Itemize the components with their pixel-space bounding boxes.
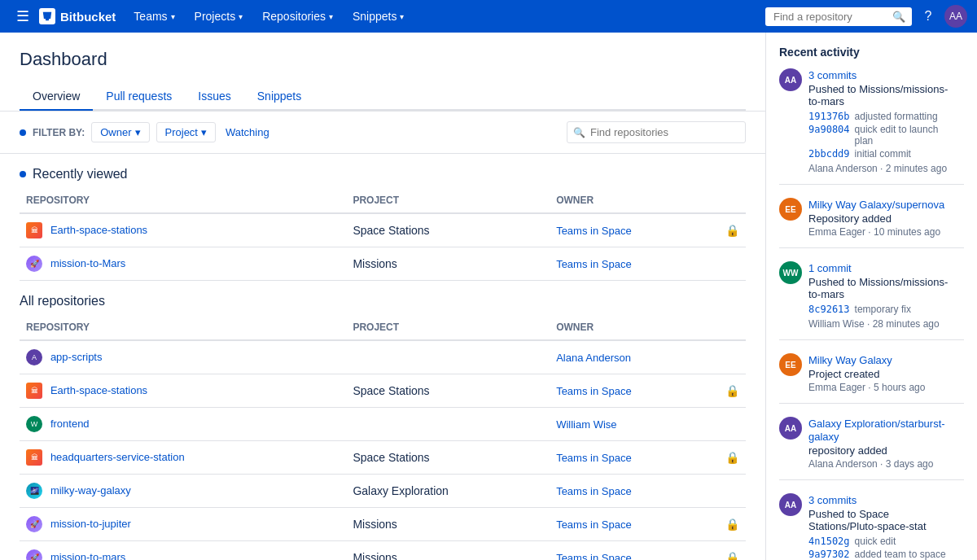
find-repos-icon: 🔍 [573, 127, 585, 138]
activity-content: Milky Way Galaxy/supernova Repository ad… [802, 198, 957, 238]
navbar: ☰ Bitbucket Teams ▾ Projects ▾ Repositor… [0, 0, 977, 33]
tab-overview[interactable]: Overview [20, 83, 93, 111]
activity-link[interactable]: Milky Way Galaxy [808, 354, 892, 366]
logo[interactable]: Bitbucket [39, 8, 116, 24]
activity-divider [779, 339, 964, 340]
logo-text: Bitbucket [60, 10, 116, 24]
repo-name-link[interactable]: headquarters-service-station [50, 451, 185, 463]
lock-cell [709, 340, 746, 374]
activity-meta: Emma Eager · 10 minutes ago [808, 226, 957, 238]
menu-icon[interactable]: ☰ [10, 4, 36, 28]
activity-link[interactable]: 3 commits [808, 494, 857, 506]
repo-name-link[interactable]: frontend [50, 418, 90, 430]
global-search-input[interactable] [765, 7, 912, 26]
sidebar: Recent activity AA 3 commits Pushed to M… [765, 33, 977, 560]
projects-nav[interactable]: Projects ▾ [186, 0, 252, 33]
owner-link[interactable]: Teams in Space [556, 385, 632, 397]
activity-desc: Pushed to Missions/missions-to-mars [808, 83, 957, 107]
repo-name-link[interactable]: mission-to-Mars [50, 257, 125, 269]
activity-list: AA 3 commits Pushed to Missions/missions… [779, 68, 964, 560]
commit-message: temporary fix [855, 304, 911, 315]
watching-filter[interactable]: Watching [226, 126, 269, 138]
tab-issues[interactable]: Issues [185, 83, 243, 111]
owner-link[interactable]: Teams in Space [556, 258, 632, 270]
activity-divider [779, 479, 964, 480]
repo-project: Galaxy Exploration [346, 475, 550, 508]
activity-meta: Alana Anderson · 3 days ago [808, 458, 957, 470]
owner-link[interactable]: Alana Anderson [556, 352, 631, 364]
project-filter-btn[interactable]: Project ▾ [156, 122, 216, 142]
activity-avatar: EE [779, 353, 802, 376]
activity-link[interactable]: 1 commit [808, 262, 852, 274]
lock-cell [709, 475, 746, 508]
activity-desc: Pushed to Space Stations/Pluto-space-sta… [808, 508, 957, 532]
recently-col-lock [709, 188, 746, 213]
commit-hash[interactable]: 4n1502g [808, 536, 850, 547]
tab-pull-requests[interactable]: Pull requests [93, 83, 185, 111]
activity-link[interactable]: Galaxy Exploration/starburst-galaxy [808, 418, 945, 443]
owner-link[interactable]: Teams in Space [556, 518, 632, 531]
commit-item: 9a90804 quick edit to launch plan [808, 124, 957, 147]
content-area: Dashboard Overview Pull requests Issues … [0, 33, 765, 560]
commit-hash[interactable]: 9a97302 [808, 549, 850, 560]
commit-hash[interactable]: 2bbcdd9 [808, 148, 850, 160]
activity-meta: William Wise · 28 minutes ago [808, 318, 957, 330]
activity-content: Galaxy Exploration/starburst-galaxy repo… [802, 417, 957, 470]
lock-cell: 🔒 [709, 213, 746, 247]
filter-label: FILTER BY: [33, 127, 85, 138]
activity-avatar: AA [779, 68, 802, 91]
filter-dot [20, 129, 26, 136]
repo-name-link[interactable]: milky-way-galaxy [50, 484, 131, 497]
activity-link[interactable]: 3 commits [808, 69, 857, 81]
commit-message: added team to space station [855, 549, 957, 560]
owner-link[interactable]: Teams in Space [556, 552, 632, 560]
tab-snippets[interactable]: Snippets [244, 83, 314, 111]
repo-name-link[interactable]: mission-to-mars [50, 551, 125, 560]
lock-cell: 🔒 [709, 374, 746, 408]
repo-project [346, 408, 550, 441]
recently-col-project: Project [346, 188, 550, 213]
activity-avatar: AA [779, 493, 802, 516]
find-repos-input[interactable] [567, 121, 746, 143]
owner-link[interactable]: Teams in Space [556, 225, 632, 237]
activity-meta: Alana Anderson · 2 minutes ago [808, 163, 957, 174]
lock-cell [709, 408, 746, 441]
commit-hash[interactable]: 8c92613 [808, 304, 850, 315]
repo-project [346, 340, 550, 374]
help-icon[interactable]: ? [915, 3, 941, 29]
repo-name-link[interactable]: Earth-space-stations [50, 224, 147, 236]
lock-icon: 🔒 [725, 384, 739, 397]
main-layout: Dashboard Overview Pull requests Issues … [0, 33, 977, 560]
owner-link[interactable]: William Wise [556, 418, 616, 431]
repo-project: Missions [346, 247, 550, 281]
repo-name-link[interactable]: Earth-space-stations [50, 384, 147, 396]
commit-item: 8c92613 temporary fix [808, 304, 957, 315]
user-avatar[interactable]: AA [944, 5, 967, 28]
teams-nav[interactable]: Teams ▾ [125, 0, 182, 33]
activity-item: AA 3 commits Pushed to Space Stations/Pl… [779, 493, 964, 560]
table-row: A app-scripts Alana Anderson [20, 340, 746, 374]
table-row: 🌌 milky-way-galaxy Galaxy Exploration Te… [20, 475, 746, 508]
lock-icon: 🔒 [725, 224, 739, 237]
recently-viewed-title: Recently viewed [20, 154, 746, 188]
filter-bar: FILTER BY: Owner ▾ Project ▾ Watching 🔍 [0, 112, 765, 154]
repositories-nav[interactable]: Repositories ▾ [254, 0, 341, 33]
table-row: 🚀 mission-to-Mars Missions Teams in Spac… [20, 247, 746, 281]
repo-name-link[interactable]: mission-to-jupiter [50, 518, 131, 530]
table-row: 🏛 headquarters-service-station Space Sta… [20, 441, 746, 475]
activity-avatar: AA [779, 417, 802, 440]
owner-link[interactable]: Teams in Space [556, 485, 632, 497]
repo-name-link[interactable]: app-scripts [50, 351, 103, 363]
owner-filter-btn[interactable]: Owner ▾ [91, 122, 149, 142]
snippets-nav[interactable]: Snippets ▾ [344, 0, 412, 33]
activity-content: 3 commits Pushed to Space Stations/Pluto… [802, 493, 957, 560]
commit-message: adjusted formatting [855, 111, 938, 122]
activity-avatar: WW [779, 261, 802, 284]
activity-content: 1 commit Pushed to Missions/missions-to-… [802, 261, 957, 330]
activity-link[interactable]: Milky Way Galaxy/supernova [808, 199, 944, 211]
activity-item: EE Milky Way Galaxy/supernova Repository… [779, 198, 964, 248]
commit-hash[interactable]: 9a90804 [808, 124, 850, 147]
table-row: 🚀 mission-to-jupiter Missions Teams in S… [20, 508, 746, 541]
commit-hash[interactable]: 191376b [808, 111, 850, 122]
owner-link[interactable]: Teams in Space [556, 452, 632, 464]
